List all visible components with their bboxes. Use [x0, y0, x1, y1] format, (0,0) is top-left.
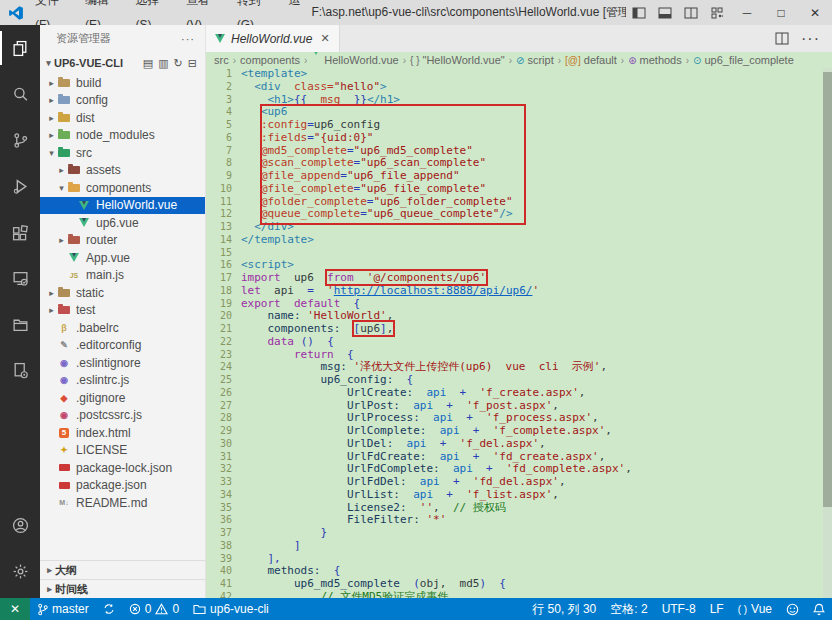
minimize-button[interactable]: ─ [730, 0, 764, 25]
feedback-item[interactable] [779, 598, 806, 620]
editor-scrollbar[interactable] [823, 68, 832, 598]
git-branch-item[interactable]: master [30, 598, 96, 620]
new-folder-icon[interactable]: ▥ [158, 57, 168, 70]
tree-item-app.vue[interactable]: App.vue [40, 249, 205, 267]
tree-item-license[interactable]: ✦LICENSE [40, 442, 205, 460]
section-大纲[interactable]: ▸大纲 [40, 560, 205, 579]
close-button[interactable]: ✕ [798, 0, 832, 25]
explorer-icon[interactable] [0, 25, 40, 71]
code-line-42: 42 // 文件MD5验证完成事件 [206, 591, 832, 598]
breadcrumb-item-script[interactable]: ⊘script [516, 54, 554, 66]
breadcrumb-item-components[interactable]: components [240, 54, 300, 66]
new-file-icon[interactable]: ▤ [143, 57, 153, 70]
tree-item-config[interactable]: ▸config [40, 92, 205, 110]
close-tab-icon[interactable]: ✕ [320, 32, 329, 45]
breadcrumb-item-methods[interactable]: ⊛methods [628, 54, 682, 66]
account-icon[interactable] [0, 502, 40, 548]
refresh-icon[interactable]: ↻ [174, 57, 183, 70]
project-header[interactable]: ▾ UP6-VUE-CLI ▤▥↻⊟ [40, 52, 205, 74]
tree-item-.eslintignore[interactable]: ◉.eslintignore [40, 354, 205, 372]
tree-item-index.html[interactable]: 5index.html [40, 424, 205, 442]
settings-sync-icon[interactable] [0, 347, 40, 393]
language-mode-icon: ( ) [738, 604, 747, 615]
split-editor-icon[interactable] [775, 32, 789, 45]
tab-label: HelloWorld.vue [231, 32, 312, 46]
maximize-button[interactable]: □ [764, 0, 798, 25]
tree-item-dist[interactable]: ▸dist [40, 109, 205, 127]
split-layout-icon[interactable] [678, 0, 704, 25]
tree-item-package-lock.json[interactable]: package-lock.json [40, 459, 205, 477]
tree-item-.gitignore[interactable]: ◆.gitignore [40, 389, 205, 407]
bell-icon [813, 603, 825, 616]
tree-item-label: components [86, 181, 151, 195]
source-control-icon[interactable] [0, 117, 40, 163]
eslint-file-icon: ◉ [57, 374, 71, 386]
remote-indicator[interactable]: ✕ [0, 598, 30, 620]
search-icon[interactable] [0, 71, 40, 117]
tree-item-helloworld.vue[interactable]: HelloWorld.vue [40, 197, 205, 215]
tree-item-assets[interactable]: ▸assets [40, 162, 205, 180]
tree-item-src[interactable]: ▾src [40, 144, 205, 162]
tree-item-build[interactable]: ▸build [40, 74, 205, 92]
tree-item-.editorconfig[interactable]: ✎.editorconfig [40, 337, 205, 355]
run-debug-icon[interactable] [0, 163, 40, 209]
scrollbar-slider[interactable] [823, 72, 832, 507]
more-actions-icon[interactable]: ··· [801, 30, 820, 48]
breadcrumb-item-HelloWorld.vue[interactable]: { }"HelloWorld.vue" [410, 54, 505, 66]
chevron-right-icon: ▸ [44, 565, 55, 575]
remote-explorer-icon[interactable] [0, 255, 40, 301]
tree-item-router[interactable]: ▸router [40, 232, 205, 250]
folder-dist-icon [57, 112, 71, 124]
breadcrumb-item-up6_file_complete[interactable]: ⊙up6_file_complete [693, 54, 794, 66]
workspace-item[interactable]: up6-vue-cli [186, 598, 276, 620]
project-folders-icon[interactable] [0, 301, 40, 347]
chevron-right-icon: ▸ [46, 95, 57, 105]
explorer-more-actions-icon[interactable]: ··· [181, 33, 195, 45]
breadcrumb: src›components›HelloWorld.vue›{ }"HelloW… [206, 52, 832, 68]
activity-bar [0, 25, 40, 598]
indentation[interactable]: 空格: 2 [603, 598, 654, 620]
settings-gear-icon[interactable] [0, 548, 40, 594]
tree-item-main.js[interactable]: JSmain.js [40, 267, 205, 285]
toggle-panel-icon[interactable] [652, 0, 678, 25]
tree-item-components[interactable]: ▾components [40, 179, 205, 197]
tree-item-test[interactable]: ▸test [40, 302, 205, 320]
extensions-icon[interactable] [0, 209, 40, 255]
breadcrumb-item-src[interactable]: src [214, 54, 229, 66]
line-number: 8 [206, 157, 232, 170]
language-mode[interactable]: ( ) Vue [731, 598, 779, 620]
collapse-all-icon[interactable]: ⊟ [188, 57, 197, 70]
encoding[interactable]: UTF-8 [655, 598, 703, 620]
line-number: 4 [206, 106, 232, 119]
tree-item-up6.vue[interactable]: up6.vue [40, 214, 205, 232]
line-number: 21 [206, 323, 232, 336]
breadcrumb-item-HelloWorld.vue[interactable]: HelloWorld.vue [311, 54, 398, 66]
section-时间线[interactable]: ▸时间线 [40, 579, 205, 598]
sync-item[interactable] [96, 598, 122, 620]
cursor-position[interactable]: 行 50, 列 30 [525, 598, 603, 620]
line-number: 3 [206, 94, 232, 107]
tree-item-.postcssrc.js[interactable]: ◉.postcssrc.js [40, 407, 205, 425]
eol[interactable]: LF [703, 598, 731, 620]
toggle-sidebar-icon[interactable] [626, 0, 652, 25]
tree-item-label: README.md [76, 496, 147, 510]
line-number: 37 [206, 527, 232, 540]
event-symbol-icon: ⊙ [693, 55, 701, 66]
line-number: 18 [206, 285, 232, 298]
notifications-item[interactable] [806, 598, 832, 620]
tree-item-package.json[interactable]: package.json [40, 477, 205, 495]
tree-item-.babelrc[interactable]: β.babelrc [40, 319, 205, 337]
git-file-icon: ◆ [57, 392, 71, 404]
tree-item-readme.md[interactable]: M↓README.md [40, 494, 205, 512]
line-number: 29 [206, 425, 232, 438]
chevron-down-icon: ▾ [43, 58, 54, 68]
tree-item-.eslintrc.js[interactable]: ◉.eslintrc.js [40, 372, 205, 390]
problems-item[interactable]: 0 0 [122, 598, 186, 620]
code-editor[interactable]: 1<template>2 <div class="hello">3 <h1>{{… [206, 68, 832, 598]
tree-item-node_modules[interactable]: ▸node_modules [40, 127, 205, 145]
customize-layout-icon[interactable] [704, 0, 730, 25]
folder-build-icon [57, 77, 71, 89]
breadcrumb-item-default[interactable]: [@]default [565, 54, 617, 66]
tree-item-static[interactable]: ▸static [40, 284, 205, 302]
tab-helloworld[interactable]: HelloWorld.vue ✕ [206, 25, 340, 52]
